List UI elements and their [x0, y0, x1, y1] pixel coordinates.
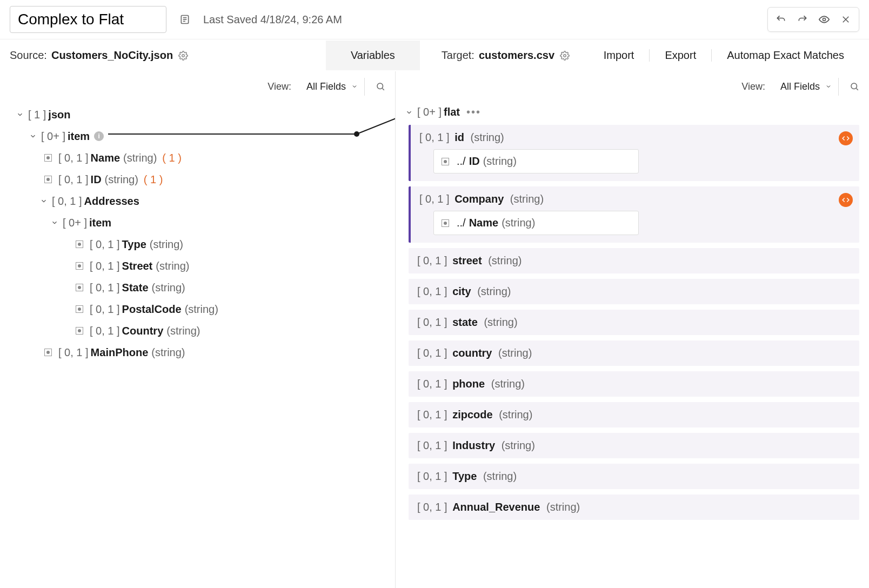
field-icon: [76, 327, 83, 335]
field-type: (string): [105, 173, 138, 186]
cardinality: [ 0, 1 ]: [417, 470, 447, 482]
chevron-down-icon: [351, 83, 358, 90]
source-view-label: View:: [268, 81, 291, 92]
export-button[interactable]: Export: [649, 49, 711, 62]
field-type: (string): [510, 193, 544, 205]
cardinality: [ 0, 1 ]: [417, 378, 447, 390]
chevron-down-icon[interactable]: [40, 197, 48, 205]
target-field-city[interactable]: [ 0, 1 ] city (string): [409, 279, 859, 304]
target-field-type[interactable]: [ 0, 1 ] Type (string): [409, 464, 859, 489]
target-search-icon[interactable]: [850, 82, 859, 91]
field-name: item: [68, 130, 90, 143]
target-root-node[interactable]: [ 0+ ] flat •••: [396, 102, 869, 123]
target-view-value: All Fields: [780, 81, 820, 92]
info-icon[interactable]: [94, 131, 104, 141]
field-name: Street: [122, 260, 153, 272]
field-icon: [44, 349, 52, 356]
target-view-select[interactable]: All Fields: [774, 78, 839, 96]
field-type: (string): [491, 378, 525, 390]
field-type: (string): [151, 346, 185, 359]
tree-node-state[interactable]: [ 0, 1 ] State (string): [5, 277, 390, 298]
target-field-annual_revenue[interactable]: [ 0, 1 ] Annual_Revenue (string): [409, 495, 859, 520]
field-name: country: [452, 347, 492, 359]
notes-icon[interactable]: [179, 14, 190, 25]
cardinality: [ 0, 1 ]: [417, 501, 447, 513]
tree-node-json[interactable]: [ 1 ] json: [5, 104, 390, 125]
chevron-down-icon[interactable]: [51, 219, 58, 226]
field-icon: [44, 154, 52, 162]
tree-node-postal[interactable]: [ 0, 1 ] PostalCode (string): [5, 298, 390, 320]
field-name: flat: [444, 106, 460, 118]
source-view-value: All Fields: [306, 81, 346, 92]
transform-icon[interactable]: [839, 193, 853, 207]
cardinality: [ 1 ]: [28, 109, 46, 121]
more-icon[interactable]: •••: [466, 106, 481, 118]
target-field-country[interactable]: [ 0, 1 ] country (string): [409, 340, 859, 366]
source-settings-icon[interactable]: [178, 51, 188, 61]
path-prefix: ../: [457, 155, 466, 168]
cardinality: [ 0, 1 ]: [90, 282, 120, 294]
cardinality: [ 0, 1 ]: [417, 316, 447, 328]
preview-button[interactable]: [814, 10, 834, 29]
svg-point-9: [377, 83, 383, 89]
field-name: Industry: [452, 439, 495, 451]
tree-node-addresses[interactable]: [ 0, 1 ] Addresses: [5, 190, 390, 212]
cardinality: [ 0+ ]: [63, 217, 87, 229]
field-type: (string): [123, 152, 157, 164]
target-field-street[interactable]: [ 0, 1 ] street (string): [409, 248, 859, 273]
field-name: Type: [122, 238, 146, 251]
target-field-phone[interactable]: [ 0, 1 ] phone (string): [409, 371, 859, 397]
target-file: customers.csv: [479, 49, 554, 62]
tree-node-item[interactable]: [ 0+ ] item: [5, 125, 390, 147]
target-field-state[interactable]: [ 0, 1 ] state (string): [409, 310, 859, 335]
target-field-industry[interactable]: [ 0, 1 ] Industry (string): [409, 433, 859, 458]
field-icon: [76, 305, 83, 313]
field-name: Addresses: [84, 195, 139, 208]
tree-node-addr-item[interactable]: [ 0+ ] item: [5, 212, 390, 233]
path-prefix: ../: [457, 217, 466, 229]
mapped-field-type: (string): [502, 217, 535, 229]
tree-node-mainphone[interactable]: [ 0, 1 ] MainPhone (string): [5, 342, 390, 363]
field-name: state: [452, 316, 478, 328]
tree-node-name[interactable]: [ 0, 1 ] Name (string) ( 1 ): [5, 147, 390, 169]
tree-node-type[interactable]: [ 0, 1 ] Type (string): [5, 233, 390, 255]
redo-button[interactable]: [793, 10, 812, 29]
chevron-down-icon[interactable]: [16, 111, 24, 118]
chevron-down-icon[interactable]: [405, 109, 413, 116]
field-name: PostalCode: [122, 303, 182, 316]
svg-point-7: [182, 54, 185, 57]
ref-count: ( 1 ): [144, 173, 163, 186]
close-button[interactable]: [836, 10, 855, 29]
automap-button[interactable]: Automap Exact Matches: [711, 49, 859, 62]
undo-button[interactable]: [771, 10, 791, 29]
last-saved-label: Last Saved 4/18/24, 9:26 AM: [203, 14, 342, 26]
field-name: MainPhone: [91, 346, 149, 359]
tree-node-id[interactable]: [ 0, 1 ] ID (string) ( 1 ): [5, 169, 390, 190]
field-type: (string): [498, 347, 532, 359]
variables-tab[interactable]: Variables: [326, 41, 420, 70]
transform-icon[interactable]: [839, 131, 853, 145]
field-name: id: [454, 131, 464, 143]
target-settings-icon[interactable]: [560, 51, 570, 61]
svg-line-16: [856, 88, 858, 90]
mapping-source[interactable]: ../ ID (string): [433, 149, 639, 173]
tree-node-country[interactable]: [ 0, 1 ] Country (string): [5, 320, 390, 342]
field-icon: [76, 240, 83, 248]
chevron-down-icon[interactable]: [29, 132, 37, 140]
field-type: (string): [152, 282, 185, 294]
field-icon: [44, 176, 52, 183]
source-view-select[interactable]: All Fields: [300, 78, 365, 96]
field-type: (string): [483, 470, 517, 482]
mapping-source[interactable]: ../ Name (string): [433, 211, 639, 235]
mapping-title-input[interactable]: [10, 6, 166, 33]
cardinality: [ 0, 1 ]: [90, 238, 120, 251]
target-field-zipcode[interactable]: [ 0, 1 ] zipcode (string): [409, 402, 859, 427]
field-icon: [76, 284, 83, 291]
cardinality: [ 0, 1 ]: [417, 285, 447, 297]
import-button[interactable]: Import: [589, 49, 650, 62]
source-search-icon[interactable]: [376, 82, 385, 91]
cardinality: [ 0, 1 ]: [58, 173, 89, 186]
tree-node-street[interactable]: [ 0, 1 ] Street (string): [5, 255, 390, 277]
target-field-id[interactable]: [ 0, 1 ] id (string)../ ID (string): [409, 125, 859, 181]
target-field-company[interactable]: [ 0, 1 ] Company (string)../ Name (strin…: [409, 186, 859, 243]
